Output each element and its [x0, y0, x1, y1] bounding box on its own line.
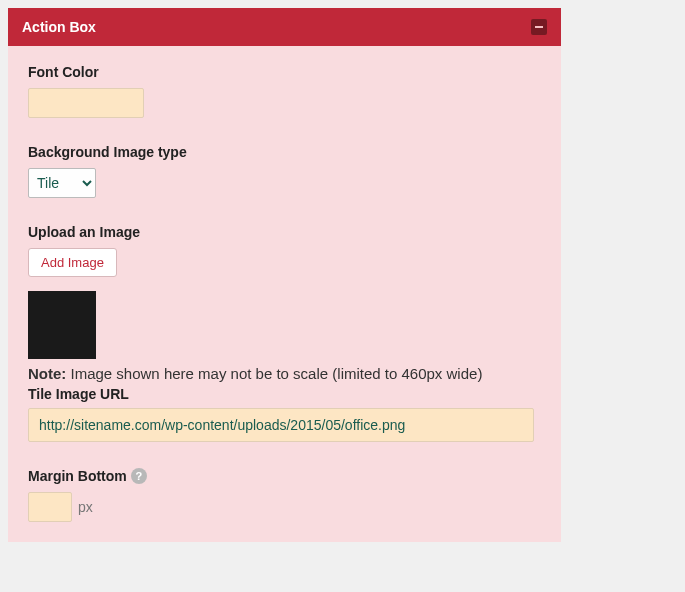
- panel-title: Action Box: [22, 19, 96, 35]
- help-icon[interactable]: ?: [131, 468, 147, 484]
- action-box-panel: Action Box Font Color Background Image t…: [8, 8, 561, 542]
- margin-bottom-label: Margin Bottom: [28, 468, 127, 484]
- add-image-button[interactable]: Add Image: [28, 248, 117, 277]
- panel-header: Action Box: [8, 8, 561, 46]
- note-bold: Note:: [28, 365, 66, 382]
- font-color-field: Font Color: [28, 64, 541, 118]
- image-thumbnail[interactable]: [28, 291, 96, 359]
- margin-bottom-input[interactable]: [28, 492, 72, 522]
- bg-image-type-field: Background Image type Tile Cover: [28, 144, 541, 198]
- tile-url-input[interactable]: [28, 408, 534, 442]
- margin-bottom-unit: px: [78, 499, 93, 515]
- tile-url-label: Tile Image URL: [28, 386, 541, 402]
- bg-image-type-select[interactable]: Tile Cover: [28, 168, 96, 198]
- panel-body: Font Color Background Image type Tile Co…: [8, 46, 561, 542]
- upload-image-field: Upload an Image Add Image Note: Image sh…: [28, 224, 541, 442]
- note-text: Image shown here may not be to scale (li…: [66, 365, 482, 382]
- font-color-swatch[interactable]: [28, 88, 144, 118]
- image-note: Note: Image shown here may not be to sca…: [28, 365, 541, 382]
- minus-icon: [535, 26, 543, 28]
- collapse-button[interactable]: [531, 19, 547, 35]
- bg-image-type-label: Background Image type: [28, 144, 541, 160]
- upload-image-label: Upload an Image: [28, 224, 541, 240]
- margin-bottom-field: Margin Bottom ? px: [28, 468, 541, 522]
- font-color-label: Font Color: [28, 64, 541, 80]
